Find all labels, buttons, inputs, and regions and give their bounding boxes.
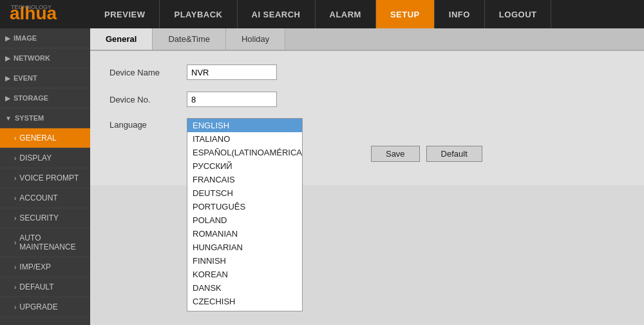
device-no-input[interactable] bbox=[187, 92, 277, 107]
sidebar-item-label: STORAGE bbox=[14, 94, 48, 102]
sidebar-sub-security[interactable]: ›SECURITY bbox=[0, 208, 90, 228]
nav-tab-preview[interactable]: PREVIEW bbox=[90, 0, 160, 28]
save-button[interactable]: Save bbox=[371, 146, 420, 162]
chevron-icon: › bbox=[14, 239, 16, 246]
device-name-row: Device Name bbox=[109, 64, 625, 81]
sidebar-item-label: DEFAULT bbox=[19, 282, 53, 291]
logo-svg: alhua TECHNOLOGY bbox=[10, 3, 80, 26]
sidebar-item-label: SECURITY bbox=[19, 213, 59, 222]
device-no-row: Device No. bbox=[109, 91, 625, 108]
sidebar: ▶IMAGE▶NETWORK▶EVENT▶STORAGE▼SYSTEM›GENE… bbox=[0, 28, 90, 325]
sidebar-sub-general[interactable]: ›GENERAL bbox=[0, 128, 90, 148]
language-option-hungarian[interactable]: HUNGARIAN bbox=[187, 241, 302, 254]
sidebar-item-label: SYSTEM bbox=[15, 114, 44, 122]
chevron-icon: › bbox=[14, 135, 16, 142]
language-dropdown-list[interactable]: ENGLISHITALIANOESPAÑOL(LATINOAMÉRICA)РУС… bbox=[187, 118, 303, 311]
content-tabs: GeneralDate&TimeHoliday bbox=[90, 28, 644, 51]
device-no-label: Device No. bbox=[109, 95, 187, 104]
device-name-label: Device Name bbox=[109, 68, 187, 77]
arrow-icon: ▶ bbox=[5, 35, 10, 42]
sidebar-parent-image[interactable]: ▶IMAGE bbox=[0, 28, 90, 48]
content-tab-datetime[interactable]: Date&Time bbox=[153, 28, 226, 50]
nav-tabs: PREVIEWPLAYBACKAI SEARCHALARMSETUPINFOLO… bbox=[90, 0, 644, 28]
nav-tab-playback[interactable]: PLAYBACK bbox=[160, 0, 237, 28]
chevron-icon: › bbox=[14, 215, 16, 222]
language-label: Language bbox=[109, 118, 187, 130]
sidebar-item-label: NETWORK bbox=[14, 54, 50, 62]
content-area: GeneralDate&TimeHoliday Device Name Devi… bbox=[90, 28, 644, 325]
language-option--[interactable]: РУССКИЙ bbox=[187, 159, 302, 173]
sidebar-item-label: AUTO MAINTENANCE bbox=[19, 233, 84, 251]
language-option-romanian[interactable]: ROMANIAN bbox=[187, 227, 302, 241]
sidebar-parent-event[interactable]: ▶EVENT bbox=[0, 68, 90, 88]
chevron-icon: › bbox=[14, 264, 16, 271]
arrow-icon: ▶ bbox=[5, 95, 10, 102]
arrow-icon: ▶ bbox=[5, 55, 10, 62]
sidebar-item-label: ACCOUNT bbox=[19, 193, 57, 202]
arrow-icon: ▶ bbox=[5, 75, 10, 82]
chevron-icon: › bbox=[14, 284, 16, 291]
language-option-espa-ol-latinoam-rica-[interactable]: ESPAÑOL(LATINOAMÉRICA) bbox=[187, 146, 302, 159]
logo: alhua TECHNOLOGY bbox=[0, 3, 90, 26]
sidebar-parent-network[interactable]: ▶NETWORK bbox=[0, 48, 90, 68]
language-option-czechish[interactable]: CZECHISH bbox=[187, 295, 302, 308]
sidebar-sub-voice-prompt[interactable]: ›VOICE PROMPT bbox=[0, 168, 90, 188]
arrow-icon: ▼ bbox=[5, 115, 12, 122]
language-option-korean[interactable]: KOREAN bbox=[187, 268, 302, 281]
top-bar: alhua TECHNOLOGY PREVIEWPLAYBACKAI SEARC… bbox=[0, 0, 644, 28]
sidebar-parent-system[interactable]: ▼SYSTEM bbox=[0, 108, 90, 128]
sidebar-sub-display[interactable]: ›DISPLAY bbox=[0, 148, 90, 168]
language-option-finnish[interactable]: FINNISH bbox=[187, 254, 302, 268]
sidebar-item-label: GENERAL bbox=[19, 133, 56, 143]
chevron-icon: › bbox=[14, 195, 16, 202]
language-option-deutsch[interactable]: DEUTSCH bbox=[187, 186, 302, 200]
sidebar-item-label: DISPLAY bbox=[19, 153, 52, 162]
sidebar-sub-account[interactable]: ›ACCOUNT bbox=[0, 188, 90, 208]
language-option-francais[interactable]: FRANCAIS bbox=[187, 173, 302, 186]
device-name-input[interactable] bbox=[187, 64, 277, 80]
nav-tab-ai-search[interactable]: AI SEARCH bbox=[238, 0, 316, 28]
language-option-portugu-s[interactable]: PORTUGUÊS bbox=[187, 200, 302, 213]
language-option-dansk[interactable]: DANSK bbox=[187, 281, 302, 295]
nav-tab-alarm[interactable]: ALARM bbox=[316, 0, 376, 28]
form-area: Device Name Device No. Language ENGLISHI… bbox=[90, 51, 644, 185]
nav-tab-logout[interactable]: LOGOUT bbox=[485, 0, 552, 28]
language-option-italiano[interactable]: ITALIANO bbox=[187, 132, 302, 146]
sidebar-sub-auto-maintenance[interactable]: ›AUTO MAINTENANCE bbox=[0, 228, 90, 257]
chevron-icon: › bbox=[14, 175, 16, 182]
sidebar-item-label: UPGRADE bbox=[19, 302, 57, 311]
content-tab-holiday[interactable]: Holiday bbox=[226, 28, 285, 50]
language-option-bulgaria[interactable]: BULGARIA bbox=[187, 308, 302, 311]
svg-text:TECHNOLOGY: TECHNOLOGY bbox=[11, 4, 52, 10]
language-option-english[interactable]: ENGLISH bbox=[187, 119, 302, 132]
default-button[interactable]: Default bbox=[426, 146, 482, 162]
sidebar-sub-imp-exp[interactable]: ›IMP/EXP bbox=[0, 257, 90, 277]
chevron-icon: › bbox=[14, 155, 16, 162]
sidebar-item-label: EVENT bbox=[14, 74, 37, 82]
chevron-icon: › bbox=[14, 304, 16, 311]
content-tab-general[interactable]: General bbox=[90, 28, 153, 50]
sidebar-sub-default[interactable]: ›DEFAULT bbox=[0, 277, 90, 297]
nav-tab-setup[interactable]: SETUP bbox=[376, 0, 435, 28]
sidebar-item-label: IMP/EXP bbox=[19, 262, 51, 271]
sidebar-item-label: IMAGE bbox=[14, 34, 37, 42]
sidebar-sub-upgrade[interactable]: ›UPGRADE bbox=[0, 297, 90, 317]
nav-tab-info[interactable]: INFO bbox=[435, 0, 485, 28]
language-option-poland[interactable]: POLAND bbox=[187, 213, 302, 227]
language-row: Language ENGLISHITALIANOESPAÑOL(LATINOAM… bbox=[109, 118, 625, 135]
sidebar-item-label: VOICE PROMPT bbox=[19, 173, 79, 182]
sidebar-parent-storage[interactable]: ▶STORAGE bbox=[0, 88, 90, 108]
main-layout: ▶IMAGE▶NETWORK▶EVENT▶STORAGE▼SYSTEM›GENE… bbox=[0, 28, 644, 325]
